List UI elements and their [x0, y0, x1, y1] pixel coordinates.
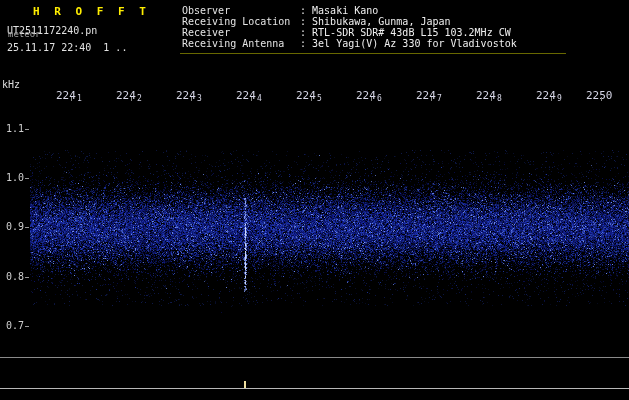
info-row-observer: Observer: Masaki Kano	[182, 5, 582, 16]
time-tick-label: 2245	[296, 84, 322, 103]
freq-tick-label: 0.9	[6, 221, 24, 232]
time-tick-mark	[491, 97, 492, 101]
time-tick-label: 2244	[236, 84, 262, 103]
freq-tick-mark	[25, 277, 29, 278]
frequency-axis: 1.11.00.90.80.7	[0, 0, 30, 400]
time-tick-mark	[71, 97, 72, 101]
time-tick-mark	[251, 97, 252, 101]
colon-separator: :	[300, 5, 312, 16]
time-tick-mark	[371, 97, 372, 101]
colon-separator: :	[300, 38, 312, 49]
info-value: Shibukawa, Gunma, Japan	[312, 16, 450, 27]
time-tick-label: 2243	[176, 84, 202, 103]
time-tick-label: 2241	[56, 84, 82, 103]
info-underline	[180, 53, 566, 54]
hrofft-screen: H R O F F T UT2511172240.pnmeteor 25.11.…	[0, 0, 629, 400]
info-value: RTL-SDR SDR# 43dB L15 103.2MHz CW	[312, 27, 511, 38]
time-tick-mark	[131, 97, 132, 101]
time-tick-mark	[191, 97, 192, 101]
time-tick-label: 2242	[116, 84, 142, 103]
freq-tick-mark	[25, 129, 29, 130]
level-strip-baseline	[0, 388, 629, 389]
time-tick-label: 2249	[536, 84, 562, 103]
info-label: Receiving Antenna	[182, 38, 300, 49]
info-value: Masaki Kano	[312, 5, 378, 16]
time-tick-mark	[311, 97, 312, 101]
freq-tick-mark	[25, 178, 29, 179]
receiver-info-block: Observer: Masaki Kano Receiving Location…	[182, 5, 582, 53]
time-tick-label: 2250	[586, 84, 614, 103]
time-tick-mark	[601, 97, 602, 101]
freq-tick-mark	[25, 326, 29, 327]
colon-separator: :	[300, 27, 312, 38]
meteor-ping-tick	[244, 381, 246, 388]
freq-tick-mark	[25, 227, 29, 228]
freq-tick-label: 0.8	[6, 271, 24, 282]
colon-separator: :	[300, 16, 312, 27]
info-label: Receiver	[182, 27, 300, 38]
level-strip-top-line	[0, 357, 629, 358]
time-axis: 2241224222432244224522462247224822492250	[0, 84, 629, 104]
info-label: Receiving Location	[182, 16, 300, 27]
app-title: H R O F F T	[33, 5, 150, 18]
freq-tick-label: 1.1	[6, 123, 24, 134]
info-row-antenna: Receiving Antenna: 3el Yagi(V) Az 330 fo…	[182, 38, 582, 49]
time-tick-label: 2246	[356, 84, 382, 103]
info-value: 3el Yagi(V) Az 330 for Vladivostok	[312, 38, 517, 49]
time-tick-label: 2248	[476, 84, 502, 103]
freq-tick-label: 1.0	[6, 172, 24, 183]
freq-tick-label: 0.7	[6, 320, 24, 331]
time-tick-label: 2247	[416, 84, 442, 103]
info-row-location: Receiving Location: Shibukawa, Gunma, Ja…	[182, 16, 582, 27]
time-tick-mark	[431, 97, 432, 101]
info-label: Observer	[182, 5, 300, 16]
info-row-receiver: Receiver: RTL-SDR SDR# 43dB L15 103.2MHz…	[182, 27, 582, 38]
spectrogram-canvas	[0, 0, 629, 400]
time-tick-mark	[551, 97, 552, 101]
